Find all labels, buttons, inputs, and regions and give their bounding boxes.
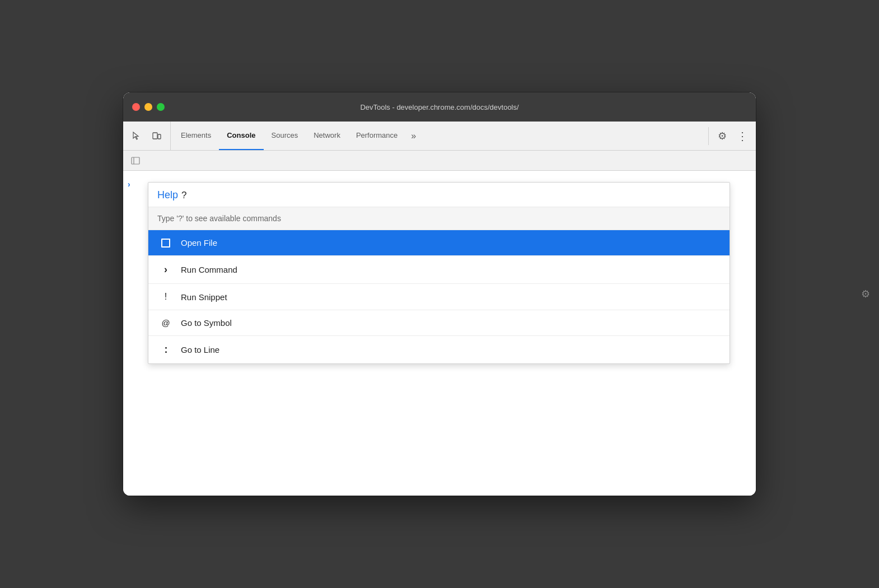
command-palette-input[interactable] <box>181 190 721 201</box>
gear-icon: ⚙ <box>718 130 727 142</box>
more-vert-icon: ⋮ <box>737 129 748 143</box>
maximize-button[interactable] <box>157 103 165 111</box>
sidebar-column: › <box>123 171 139 491</box>
tab-console[interactable]: Console <box>219 122 263 150</box>
sidebar-toggle-button[interactable] <box>128 153 143 169</box>
command-item-run-snippet[interactable]: ! Run Snippet <box>148 284 730 310</box>
traffic-lights <box>132 103 165 111</box>
run-command-label: Run Command <box>181 265 237 274</box>
main-content-area: › Help Type '?' to see available command… <box>123 171 756 496</box>
tab-network[interactable]: Network <box>306 122 348 150</box>
at-icon: @ <box>160 318 172 328</box>
help-label: Help <box>157 189 178 201</box>
command-item-go-to-line[interactable]: : Go to Line <box>148 336 730 363</box>
command-item-go-to-symbol[interactable]: @ Go to Symbol <box>148 310 730 336</box>
minimize-button[interactable] <box>144 103 152 111</box>
go-to-line-label: Go to Line <box>181 345 219 354</box>
svg-rect-2 <box>132 157 139 164</box>
devtools-window: DevTools - developer.chrome.com/docs/dev… <box>123 92 756 496</box>
more-tabs-button[interactable]: » <box>405 122 422 150</box>
more-options-button[interactable]: ⋮ <box>733 127 751 145</box>
command-palette: Help Type '?' to see available commands … <box>148 182 730 364</box>
tab-sources[interactable]: Sources <box>264 122 306 150</box>
device-toolbar-button[interactable] <box>148 127 166 145</box>
settings-button[interactable]: ⚙ <box>713 127 731 145</box>
devtools-toolbar: Elements Console Sources Network Perform… <box>123 122 756 151</box>
expand-sidebar-arrow[interactable]: › <box>125 175 137 193</box>
content-column: Help Type '?' to see available commands … <box>139 171 756 491</box>
window-title: DevTools - developer.chrome.com/docs/dev… <box>360 103 518 111</box>
command-palette-hint: Type '?' to see available commands <box>148 207 730 230</box>
devtools-secondary-toolbar: ⚙ <box>123 151 756 171</box>
tab-list: Elements Console Sources Network Perform… <box>173 122 708 150</box>
open-file-icon-box <box>161 239 170 248</box>
close-button[interactable] <box>132 103 140 111</box>
command-item-open-file[interactable]: Open File <box>148 230 730 256</box>
open-file-label: Open File <box>181 238 217 248</box>
command-palette-header: Help <box>148 183 730 207</box>
tab-elements[interactable]: Elements <box>173 122 219 150</box>
cursor-icon <box>132 131 142 141</box>
inspect-element-button[interactable] <box>128 127 146 145</box>
toolbar-right-actions: ⚙ ⋮ <box>708 127 751 145</box>
run-snippet-label: Run Snippet <box>181 292 227 302</box>
command-item-run-command[interactable]: › Run Command <box>148 256 730 284</box>
chevron-right-icon: › <box>160 264 172 276</box>
square-icon <box>160 239 172 248</box>
toolbar-icon-group <box>128 122 171 150</box>
exclamation-icon: ! <box>160 292 172 302</box>
sidebar-toggle-icon <box>131 156 140 165</box>
device-icon <box>152 131 162 141</box>
colon-icon: : <box>160 344 172 356</box>
devtools-content: › Help Type '?' to see available command… <box>123 171 756 496</box>
svg-rect-1 <box>158 134 161 139</box>
go-to-symbol-label: Go to Symbol <box>181 318 232 328</box>
title-bar: DevTools - developer.chrome.com/docs/dev… <box>123 92 756 122</box>
tab-performance[interactable]: Performance <box>348 122 405 150</box>
svg-rect-0 <box>153 133 157 139</box>
